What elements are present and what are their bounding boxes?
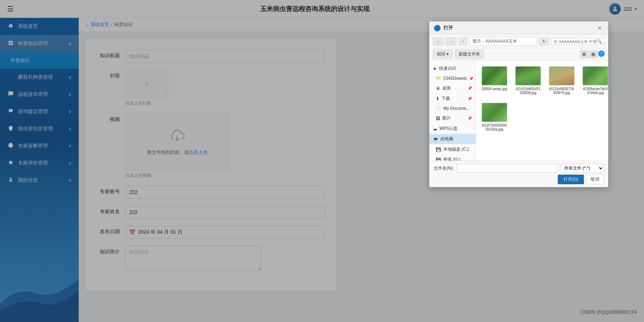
localc-icon: 💾 bbox=[436, 147, 441, 152]
search-box: 🔍 bbox=[551, 38, 605, 45]
open-btn[interactable]: 打开(O) bbox=[558, 175, 584, 184]
nav-2345[interactable]: 📁 2345Downlc 📌 bbox=[429, 74, 475, 83]
footer-filename-row: 文件名(N): 所有文件 (*.*) bbox=[434, 164, 604, 172]
quick-access-label: 快速访问 bbox=[439, 65, 456, 72]
thispc-icon: 💻 bbox=[433, 137, 438, 142]
path-breadcrumb: 图片 › AAAAAAAA玉米 bbox=[469, 37, 537, 46]
downloads-pin: 📌 bbox=[468, 97, 472, 101]
2345-label: 2345Downlc bbox=[443, 76, 467, 81]
file-item[interactable]: t018734050684 5b16ba.jpg bbox=[479, 101, 509, 133]
view-list-btn[interactable]: ▤ bbox=[589, 50, 597, 58]
file-name: 00004.webp.jpg bbox=[482, 87, 507, 91]
search-input-dialog[interactable] bbox=[554, 39, 597, 44]
filetype-select[interactable]: 所有文件 (*.*) bbox=[561, 164, 604, 172]
dialog-body: ★ 快速访问 📁 2345Downlc 📌 🖥 桌面 📌 ⬇ 下载 📌 bbox=[429, 60, 608, 161]
dialog-footer: 文件名(N): 所有文件 (*.*) 打开(O) 取消 bbox=[429, 161, 608, 187]
nav-mydocs[interactable]: 📄 My Docume... bbox=[429, 104, 475, 113]
footer-btns: 打开(O) 取消 bbox=[434, 175, 604, 184]
view-grid-btn[interactable]: ⊞ bbox=[580, 50, 588, 58]
nav-forward-btn[interactable]: → bbox=[446, 38, 457, 45]
file-item[interactable]: t0189acbe7dc9d7efd6.jpg bbox=[580, 64, 608, 97]
dialog-title-icon: 🔵 bbox=[434, 25, 441, 31]
dialog-sidebar: ★ 快速访问 📁 2345Downlc 📌 🖥 桌面 📌 ⬇ 下载 📌 bbox=[429, 60, 476, 161]
nav-desktop[interactable]: 🖥 桌面 📌 bbox=[429, 83, 475, 93]
file-thumbnail bbox=[482, 103, 507, 122]
file-name: t0131e6658726f03879.jpg bbox=[549, 87, 575, 95]
pictures-label: 图片 bbox=[442, 115, 451, 121]
file-thumbnail bbox=[482, 66, 507, 86]
filename-label: 文件名(N): bbox=[434, 165, 454, 171]
nav-downloads[interactable]: ⬇ 下载 📌 bbox=[429, 93, 475, 104]
downloads-label: 下载 bbox=[441, 96, 450, 102]
galleryd-icon: 💾 bbox=[436, 157, 441, 161]
help-btn[interactable]: ? bbox=[598, 50, 605, 57]
filename-input[interactable] bbox=[457, 164, 558, 172]
file-item[interactable]: t01c51b803c91258f38.jpg bbox=[513, 64, 543, 97]
localc-label: 本地磁盘 (C:) bbox=[443, 146, 469, 152]
file-name: t018734050684 5b16ba.jpg bbox=[482, 123, 507, 131]
quick-access-icon: ★ bbox=[433, 66, 437, 71]
file-thumbnail bbox=[515, 66, 541, 86]
file-dialog: 🔵 打开 ✕ ← → ↑ 图片 › AAAAAAAA玉米 ↻ 🔍 组织 ▾ 新建… bbox=[429, 21, 608, 187]
file-name: t0189acbe7dc9d7efd6.jpg bbox=[582, 87, 608, 95]
nav-thispc[interactable]: 💻 此电脑 bbox=[429, 134, 475, 144]
dialog-close-btn[interactable]: ✕ bbox=[595, 24, 604, 31]
cancel-btn[interactable]: 取消 bbox=[586, 175, 604, 184]
organize-btn[interactable]: 组织 ▾ bbox=[433, 50, 453, 59]
dialog-title-text: 打开 bbox=[444, 25, 592, 31]
dialog-action-bar: 组织 ▾ 新建文件夹 ⊞ ▤ ? bbox=[429, 48, 608, 60]
nav-localc[interactable]: 💾 本地磁盘 (C:) bbox=[429, 144, 475, 155]
path-pics: 图片 bbox=[473, 38, 481, 44]
nav-wps[interactable]: ☁ WPS云盘 bbox=[429, 123, 475, 134]
desktop-pin: 📌 bbox=[468, 86, 472, 90]
desktop-label: 桌面 bbox=[442, 85, 451, 91]
wps-label: WPS云盘 bbox=[439, 126, 458, 132]
file-dialog-overlay[interactable]: 🔵 打开 ✕ ← → ↑ 图片 › AAAAAAAA玉米 ↻ 🔍 组织 ▾ 新建… bbox=[0, 0, 644, 322]
pin-icon: 📌 bbox=[469, 77, 473, 80]
search-icon: 🔍 bbox=[597, 39, 602, 44]
galleryd-label: 图库 (D:) bbox=[443, 157, 460, 161]
nav-quick-access[interactable]: ★ 快速访问 bbox=[429, 63, 475, 74]
nav-back-btn[interactable]: ← bbox=[433, 38, 444, 45]
dialog-toolbar: ← → ↑ 图片 › AAAAAAAA玉米 ↻ 🔍 bbox=[429, 35, 608, 48]
refresh-btn[interactable]: ↻ bbox=[539, 38, 549, 45]
view-buttons: ⊞ ▤ ? bbox=[580, 50, 605, 58]
file-thumbnail bbox=[549, 66, 575, 86]
dialog-titlebar: 🔵 打开 ✕ bbox=[429, 21, 608, 35]
thispc-label: 此电脑 bbox=[440, 136, 453, 142]
mydocs-label: My Docume... bbox=[443, 106, 470, 111]
file-item[interactable]: 00004.webp.jpg bbox=[479, 64, 509, 97]
desktop-icon: 🖥 bbox=[436, 86, 440, 91]
file-item[interactable]: t0131e6658726f03879.jpg bbox=[547, 64, 577, 97]
downloads-icon: ⬇ bbox=[436, 96, 439, 101]
wps-icon: ☁ bbox=[433, 126, 437, 131]
2345-icon: 📁 bbox=[436, 76, 441, 81]
new-folder-btn[interactable]: 新建文件夹 bbox=[455, 50, 484, 59]
mydocs-icon: 📄 bbox=[436, 106, 441, 111]
file-grid: 00004.webp.jpg t01c51b803c91258f38.jpg t… bbox=[479, 64, 605, 133]
path-folder: AAAAAAAA玉米 bbox=[486, 38, 517, 44]
dialog-files: 00004.webp.jpg t01c51b803c91258f38.jpg t… bbox=[476, 60, 608, 161]
pictures-icon: 🖼 bbox=[436, 116, 440, 121]
pictures-pin: 📌 bbox=[468, 116, 472, 120]
file-thumbnail bbox=[582, 66, 608, 86]
nav-galleryd[interactable]: 💾 图库 (D:) bbox=[429, 155, 475, 161]
nav-up-btn[interactable]: ↑ bbox=[459, 38, 467, 45]
nav-pictures[interactable]: 🖼 图片 📌 bbox=[429, 113, 475, 123]
file-name: t01c51b803c91258f38.jpg bbox=[515, 87, 541, 95]
